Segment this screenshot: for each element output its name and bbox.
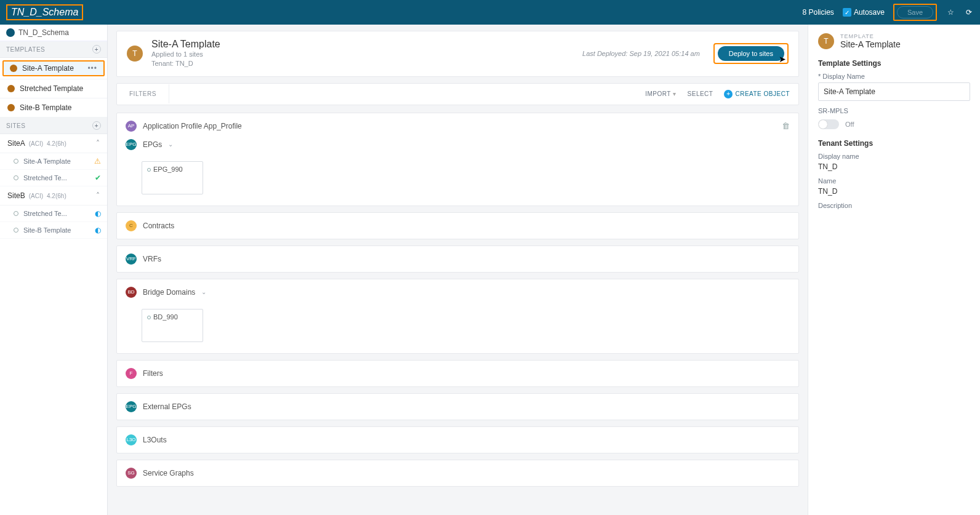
policies-count[interactable]: 8 Policies — [803, 8, 834, 17]
sites-header: SITES + — [0, 118, 107, 134]
filters-label: FILTERS — [117, 84, 169, 103]
template-tenant: Tenant: TN_D — [151, 59, 220, 68]
bd-icon: BD — [126, 287, 137, 298]
check-icon: ✓ — [843, 8, 851, 17]
app-profile-label[interactable]: Application Profile App_Profile — [143, 122, 242, 130]
refresh-icon[interactable]: ⟳ — [964, 7, 974, 17]
tenant-name-label: Name — [818, 177, 970, 185]
section-filters[interactable]: F Filters — [116, 360, 799, 387]
more-icon[interactable]: ••• — [87, 64, 97, 73]
import-menu[interactable]: IMPORT — [645, 90, 676, 97]
l3out-icon: L3O — [126, 434, 137, 445]
template-item-site-b[interactable]: Site-B Template — [0, 98, 107, 118]
epg-card[interactable]: EPG_990 — [142, 161, 203, 194]
display-name-input[interactable] — [818, 82, 970, 101]
chevron-down-icon[interactable]: ⌄ — [168, 141, 173, 148]
site-sub-item[interactable]: Site-A Template ⚠ — [0, 153, 107, 170]
plus-icon: + — [724, 90, 733, 98]
create-object-button[interactable]: + CREATE OBJECT — [724, 90, 790, 98]
template-header: T Site-A Template Applied to 1 sites Ten… — [116, 31, 799, 77]
filter-input[interactable] — [169, 84, 637, 105]
status-ok-icon: ✔ — [95, 174, 101, 182]
display-name-label: * Display Name — [818, 73, 970, 80]
status-loading-icon: ◐ — [95, 226, 101, 234]
vrf-icon: VRF — [126, 254, 137, 265]
chevron-up-icon: ˄ — [96, 191, 100, 200]
srmpls-toggle[interactable] — [818, 119, 839, 129]
template-label: Stretched Template — [20, 84, 83, 93]
templates-header: TEMPLATES + — [0, 41, 107, 58]
tenant-name-value: TN_D — [818, 187, 970, 196]
contracts-label: Contracts — [143, 222, 174, 230]
breadcrumb[interactable]: TN_D_Schema — [0, 25, 107, 41]
tenant-settings-title: Tenant Settings — [818, 139, 970, 148]
srmpls-state: Off — [845, 121, 854, 128]
filter-bar: FILTERS IMPORT SELECT + CREATE OBJECT — [116, 83, 799, 105]
site-head-a[interactable]: SiteA (ACI) 4.2(6h) ˄ — [0, 134, 107, 153]
l3out-label: L3Outs — [143, 436, 167, 444]
tenant-display-name-label: Display name — [818, 153, 970, 160]
templates-header-label: TEMPLATES — [6, 46, 45, 53]
template-applied: Applied to 1 sites — [151, 50, 220, 59]
template-label: Site-A Template — [22, 64, 74, 73]
autosave-toggle[interactable]: ✓ Autosave — [843, 8, 885, 17]
site-sub-item[interactable]: Site-B Template ◐ — [0, 222, 107, 239]
section-l3outs[interactable]: L3O L3Outs — [116, 426, 799, 453]
star-icon[interactable]: ☆ — [946, 7, 955, 17]
section-app-profile: AP Application Profile App_Profile 🗑 EPG… — [116, 113, 799, 206]
bd-card[interactable]: BD_990 — [142, 309, 203, 342]
epgs-label[interactable]: EPGs — [143, 140, 162, 149]
sub-item-label: Site-A Template — [23, 158, 71, 165]
add-template-icon[interactable]: + — [92, 45, 101, 54]
select-action[interactable]: SELECT — [688, 90, 713, 97]
site-meta: (ACI) — [29, 140, 43, 147]
section-contracts[interactable]: C Contracts — [116, 212, 799, 239]
srmpls-label: SR-MPLS — [818, 107, 970, 114]
trash-icon[interactable]: 🗑 — [782, 121, 790, 130]
tenant-display-name-value: TN_D — [818, 162, 970, 171]
site-head-b[interactable]: SiteB (ACI) 4.2(6h) ˄ — [0, 186, 107, 206]
contracts-icon: C — [126, 220, 137, 231]
site-meta: (ACI) — [29, 193, 43, 199]
sub-item-label: Site-B Template — [23, 226, 71, 234]
filters-icon: F — [126, 368, 137, 379]
sub-item-label: Stretched Te... — [23, 210, 67, 217]
bd-label[interactable]: Bridge Domains — [143, 288, 195, 297]
status-warn-icon: ⚠ — [94, 157, 101, 166]
panel-title: Site-A Template — [840, 39, 901, 49]
site-meta: 4.2(6h) — [47, 140, 66, 147]
save-button[interactable]: Save — [897, 6, 933, 18]
sidebar: TN_D_Schema TEMPLATES + Site-A Template … — [0, 25, 108, 515]
status-loading-icon: ◐ — [95, 209, 101, 218]
template-avatar-icon: T — [127, 46, 143, 62]
sites-header-label: SITES — [6, 122, 25, 129]
template-dot-icon — [10, 65, 17, 72]
schema-title: TN_D_Schema — [6, 4, 83, 20]
epg-card-label: EPG_990 — [153, 166, 183, 173]
sg-label: Service Graphs — [143, 469, 194, 477]
site-sub-item[interactable]: Stretched Te... ◐ — [0, 206, 107, 222]
tenant-desc-label: Description — [818, 202, 970, 209]
create-label: CREATE OBJECT — [735, 90, 790, 97]
section-service-graphs[interactable]: SG Service Graphs — [116, 460, 799, 487]
pin-icon — [14, 159, 18, 164]
main-content: T Site-A Template Applied to 1 sites Ten… — [108, 25, 808, 515]
top-bar: TN_D_Schema 8 Policies ✓ Autosave Save ☆… — [0, 0, 980, 25]
template-item-site-a[interactable]: Site-A Template ••• — [0, 58, 107, 79]
add-site-icon[interactable]: + — [92, 121, 101, 130]
save-highlight: Save — [893, 4, 937, 21]
last-deployed: Last Deployed: Sep 19, 2021 05:14 am — [582, 50, 700, 57]
app-profile-icon: AP — [126, 121, 137, 132]
site-name: SiteB — [7, 191, 25, 200]
deploy-button[interactable]: Deploy to sites — [718, 46, 784, 61]
pin-icon — [147, 316, 151, 319]
site-name: SiteA — [7, 139, 25, 148]
vrfs-label: VRFs — [143, 255, 161, 263]
site-sub-item[interactable]: Stretched Te... ✔ — [0, 170, 107, 186]
template-item-stretched[interactable]: Stretched Template — [0, 79, 107, 98]
filters-label2: Filters — [143, 369, 163, 378]
template-dot-icon — [7, 85, 15, 92]
section-vrfs[interactable]: VRF VRFs — [116, 246, 799, 273]
section-external-epgs[interactable]: EPG External EPGs — [116, 393, 799, 420]
chevron-down-icon[interactable]: ⌄ — [201, 289, 206, 295]
